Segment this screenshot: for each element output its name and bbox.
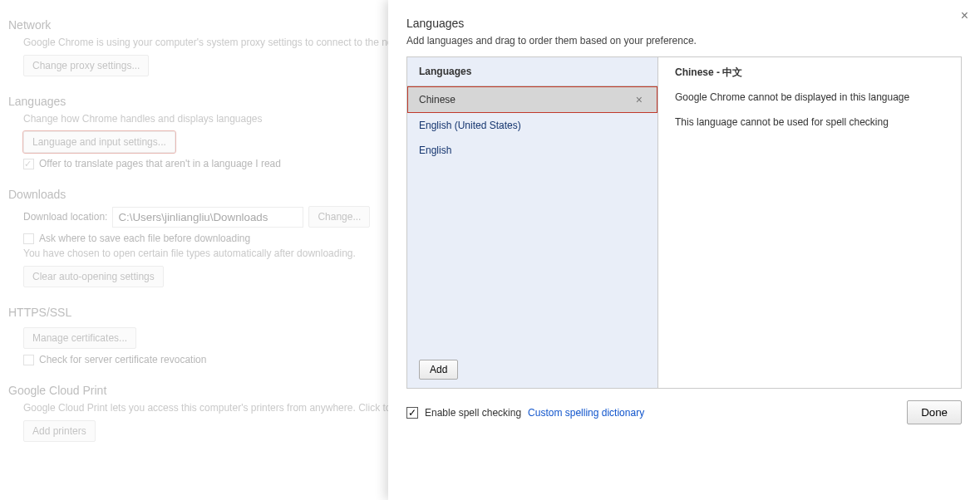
- display-lang-note: Google Chrome cannot be displayed in thi…: [675, 91, 944, 103]
- ask-save-checkbox[interactable]: [23, 233, 34, 244]
- dialog-subtitle: Add languages and drag to order them bas…: [388, 35, 980, 56]
- language-item[interactable]: English (United States): [407, 113, 657, 138]
- manage-certs-button[interactable]: Manage certificates...: [23, 327, 136, 349]
- translate-label: Offer to translate pages that aren't in …: [39, 158, 281, 169]
- language-item-label: English: [419, 145, 451, 156]
- cert-revoke-checkbox[interactable]: [23, 355, 34, 365]
- language-item-label: English (United States): [419, 120, 521, 131]
- language-item[interactable]: Chinese×: [407, 86, 657, 113]
- add-language-button[interactable]: Add: [419, 360, 458, 380]
- enable-spell-checkbox[interactable]: [406, 407, 418, 419]
- change-proxy-button[interactable]: Change proxy settings...: [23, 55, 149, 76]
- dialog-title: Languages: [388, 0, 980, 35]
- download-location-label: Download location:: [23, 211, 107, 223]
- dialog-footer: Enable spell checking Custom spelling di…: [388, 389, 980, 433]
- languages-list: Chinese×English (United States)English: [407, 86, 657, 351]
- add-printers-button[interactable]: Add printers: [23, 420, 96, 442]
- cert-revoke-label: Check for server certificate revocation: [39, 354, 206, 365]
- done-button[interactable]: Done: [907, 400, 962, 424]
- language-input-settings-button[interactable]: Language and input settings...: [23, 131, 175, 153]
- download-location-input[interactable]: [112, 207, 303, 228]
- language-item[interactable]: English: [407, 138, 657, 163]
- ask-save-label: Ask where to save each file before downl…: [39, 233, 250, 244]
- language-item-label: Chinese: [419, 94, 456, 105]
- languages-list-panel: Languages Chinese×English (United States…: [407, 57, 658, 388]
- spellcheck-note: This language cannot be used for spell c…: [675, 116, 944, 128]
- remove-language-icon[interactable]: ×: [633, 93, 646, 106]
- clear-auto-open-button[interactable]: Clear auto-opening settings: [23, 266, 164, 287]
- languages-column-header: Languages: [407, 57, 657, 86]
- download-change-button[interactable]: Change...: [308, 206, 370, 228]
- languages-dialog: × Languages Add languages and drag to or…: [388, 0, 980, 500]
- enable-spell-label: Enable spell checking: [425, 407, 521, 419]
- selected-language-title: Chinese - 中文: [675, 66, 944, 80]
- translate-checkbox[interactable]: [23, 159, 34, 169]
- close-icon[interactable]: ×: [961, 8, 968, 23]
- languages-pane: Languages Chinese×English (United States…: [406, 56, 962, 389]
- language-detail-panel: Chinese - 中文 Google Chrome cannot be dis…: [658, 57, 961, 388]
- custom-dictionary-link[interactable]: Custom spelling dictionary: [528, 407, 644, 419]
